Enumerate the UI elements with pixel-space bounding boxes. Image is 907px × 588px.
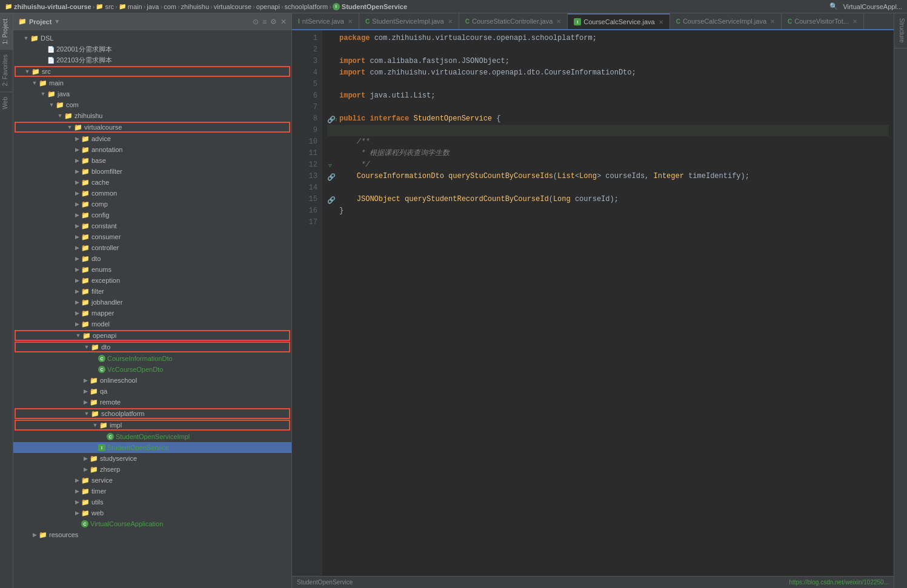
folder-icon: 📁 bbox=[81, 233, 90, 241]
tab-close-icon[interactable]: ✕ bbox=[556, 18, 561, 25]
collapse-icon[interactable]: ≡ bbox=[262, 18, 267, 26]
code-line-8: 🔗 ◁ public interface StudentOpenService … bbox=[327, 113, 889, 125]
tab-close-icon[interactable]: ✕ bbox=[348, 18, 353, 25]
tree-item-dto[interactable]: ▶ 📁 dto bbox=[13, 253, 291, 264]
tree-arrow: ▶ bbox=[73, 299, 81, 305]
tree-item-studyservice[interactable]: ▶ 📁 studyservice bbox=[13, 453, 291, 464]
tree-arrow: ▶ bbox=[30, 532, 39, 538]
editor-content: 1 2 3 4 5 6 7 8 9 10 11 12 13 14 15 16 1… bbox=[292, 30, 894, 576]
tree-item-service[interactable]: ▶ 📁 service bbox=[13, 475, 291, 486]
code-area[interactable]: package com.zhihuishu.virtualcourse.open… bbox=[322, 30, 894, 576]
tree-item-vccourse-dto[interactable]: C VcCourseOpenDto bbox=[13, 364, 291, 375]
tree-arrow: ▼ bbox=[65, 124, 74, 130]
sidebar-tab-favorites[interactable]: 2: Favorites bbox=[0, 49, 13, 91]
tree-item-constant[interactable]: ▶ 📁 constant bbox=[13, 220, 291, 231]
tree-item-advice[interactable]: ▶ 📁 advice bbox=[13, 133, 291, 144]
tab-course-visitor-tot[interactable]: C CourseVisitorTot... ✕ bbox=[782, 13, 864, 29]
tab-student-service-impl[interactable]: C StudentServiceImpl.java ✕ bbox=[359, 13, 459, 29]
tree-item-annotation[interactable]: ▶ 📁 annotation bbox=[13, 144, 291, 155]
code-line-7 bbox=[327, 102, 889, 113]
code-line-10: /** bbox=[327, 136, 889, 148]
tree-item-jobhandler[interactable]: ▶ 📁 jobhandler bbox=[13, 297, 291, 308]
tree-item-student-service-impl[interactable]: C StudentOpenServiceImpl bbox=[13, 431, 291, 442]
tree-item-dsl[interactable]: ▼ 📁 DSL bbox=[13, 33, 291, 44]
tree-item-exception[interactable]: ▶ 📁 exception bbox=[13, 275, 291, 286]
tree-item-utils[interactable]: ▶ 📁 utils bbox=[13, 497, 291, 507]
tree-item-java[interactable]: ▼ 📁 java bbox=[13, 88, 291, 99]
tree-item-202103[interactable]: 📄 202103分需求脚本 bbox=[13, 55, 291, 65]
tree-item-model[interactable]: ▶ 📁 model bbox=[13, 319, 291, 329]
tree-item-openapi-dto[interactable]: ▼ 📁 dto bbox=[15, 342, 290, 352]
tree-item-qa[interactable]: ▶ 📁 qa bbox=[13, 386, 291, 397]
left-side-tabs: 1: Project 2: Favorites Web bbox=[0, 13, 13, 588]
tab-close-icon[interactable]: ✕ bbox=[448, 18, 453, 25]
status-bar: StudentOpenService https://blog.csdn.net… bbox=[292, 576, 894, 588]
tree-arrow: ▶ bbox=[73, 136, 81, 142]
tree-item-impl[interactable]: ▼ 📁 impl bbox=[15, 420, 290, 431]
tree-item-student-open-service[interactable]: I StudentOpenService bbox=[13, 442, 291, 453]
class-icon: C bbox=[81, 520, 88, 527]
tree-item-cache[interactable]: ▶ 📁 cache bbox=[13, 177, 291, 188]
tree-item-bloomfilter[interactable]: ▶ 📁 bloomfilter bbox=[13, 166, 291, 177]
class-tab-icon: C bbox=[365, 18, 370, 25]
tree-item-filter[interactable]: ▶ 📁 filter bbox=[13, 286, 291, 297]
tree-item-schoolplatform[interactable]: ▼ 📁 schoolplatform bbox=[15, 408, 290, 419]
close-panel-icon[interactable]: ✕ bbox=[281, 18, 287, 26]
tree-item-main[interactable]: ▼ 📁 main bbox=[13, 78, 291, 88]
tree-item-web[interactable]: ▶ 📁 web bbox=[13, 507, 291, 518]
tree-item-zhihuishu[interactable]: ▼ 📁 zhihuishu bbox=[13, 110, 291, 121]
tree-item-remote[interactable]: ▶ 📁 remote bbox=[13, 397, 291, 408]
tree-item-src[interactable]: ▼ 📁 src bbox=[15, 66, 290, 77]
doc-icon: 📄 bbox=[47, 57, 55, 64]
tree-item-base[interactable]: ▶ 📁 base bbox=[13, 155, 291, 166]
tree-item-config[interactable]: ▶ 📁 config bbox=[13, 210, 291, 220]
folder-icon: 📁 bbox=[81, 146, 90, 154]
code-line-13: 🔗 CourseInformationDto queryStuCountByCo… bbox=[327, 171, 889, 182]
tree-item-202001[interactable]: 📄 202001分需求脚本 bbox=[13, 44, 291, 55]
sidebar-tab-structure[interactable]: Structure bbox=[894, 13, 907, 48]
tree-item-resources[interactable]: ▶ 📁 resources bbox=[13, 529, 291, 540]
settings-icon[interactable]: ⚙ bbox=[270, 18, 277, 26]
tab-close-icon[interactable]: ✕ bbox=[659, 19, 663, 25]
tab-course-calc-service[interactable]: I CourseCalcService.java ✕ bbox=[568, 13, 669, 29]
folder-icon: 📁 bbox=[18, 18, 27, 25]
folder-icon: 📁 bbox=[81, 299, 90, 306]
sidebar-tab-web[interactable]: Web bbox=[0, 91, 13, 114]
tab-bar: I ntService.java ✕ C StudentServiceImpl.… bbox=[292, 13, 894, 30]
locate-icon[interactable]: ⊙ bbox=[253, 18, 259, 26]
tree-item-common[interactable]: ▶ 📁 common bbox=[13, 188, 291, 199]
sidebar-tab-project[interactable]: 1: Project bbox=[0, 13, 13, 49]
tab-course-static-controller[interactable]: C CourseStaticController.java ✕ bbox=[459, 13, 568, 29]
tab-close-icon[interactable]: ✕ bbox=[852, 18, 857, 25]
folder-icon: 📁 bbox=[99, 421, 108, 429]
tree-item-onlineschool[interactable]: ▶ 📁 onlineschool bbox=[13, 375, 291, 386]
tree-item-comp[interactable]: ▶ 📁 comp bbox=[13, 199, 291, 210]
tree-item-com[interactable]: ▼ 📁 com bbox=[13, 99, 291, 110]
tab-course-calc-service-impl[interactable]: C CourseCalcServiceImpl.java ✕ bbox=[670, 13, 782, 29]
class-icon: C bbox=[98, 366, 105, 373]
tree-item-timer[interactable]: ▶ 📁 timer bbox=[13, 486, 291, 497]
tree-item-enums[interactable]: ▶ 📁 enums bbox=[13, 264, 291, 275]
tree-item-controller[interactable]: ▶ 📁 controller bbox=[13, 242, 291, 253]
tree-arrow: ▶ bbox=[81, 455, 90, 461]
tree-item-consumer[interactable]: ▶ 📁 consumer bbox=[13, 231, 291, 242]
tree-item-mapper[interactable]: ▶ 📁 mapper bbox=[13, 308, 291, 319]
tree-arrow: ▶ bbox=[73, 190, 81, 196]
tree-arrow: ▶ bbox=[73, 477, 81, 483]
tab-ntservice[interactable]: I ntService.java ✕ bbox=[292, 13, 359, 29]
tree-item-course-info-dto[interactable]: C CourseInformationDto bbox=[13, 353, 291, 364]
tree-item-virtual-course-app[interactable]: C VirtualCourseApplication bbox=[13, 518, 291, 529]
folder-icon: 📁 bbox=[56, 101, 64, 109]
line-numbers: 1 2 3 4 5 6 7 8 9 10 11 12 13 14 15 16 1… bbox=[292, 30, 322, 576]
tree-arrow: ▶ bbox=[73, 201, 81, 207]
interface-icon: I bbox=[333, 3, 340, 10]
class-icon: C bbox=[98, 355, 105, 362]
tree-arrow: ▶ bbox=[73, 179, 81, 185]
folder-icon: 📁 bbox=[81, 190, 90, 197]
tree-item-zhserp[interactable]: ▶ 📁 zhserp bbox=[13, 464, 291, 475]
tree-item-virtualcourse[interactable]: ▼ 📁 virtualcourse bbox=[15, 122, 290, 133]
code-line-9 bbox=[327, 125, 889, 136]
tab-close-icon[interactable]: ✕ bbox=[770, 18, 775, 25]
code-line-6: import java.util.List; bbox=[327, 90, 889, 102]
tree-item-openapi[interactable]: ▼ 📁 openapi bbox=[15, 330, 290, 341]
